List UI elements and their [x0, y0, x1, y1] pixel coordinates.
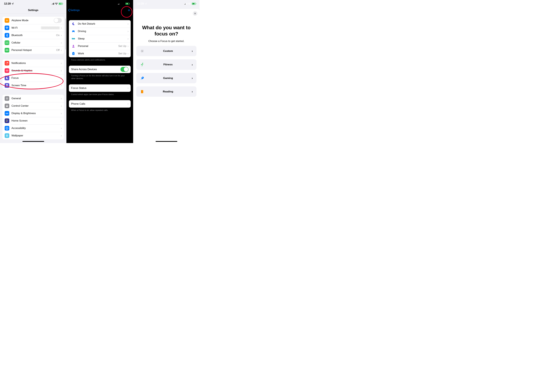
- signal-icon: [118, 3, 121, 5]
- add-focus-button[interactable]: +: [128, 8, 130, 13]
- row-wallpaper[interactable]: Wallpaper ›: [2, 132, 64, 139]
- hotspot-icon: [5, 48, 9, 53]
- row-screen-time[interactable]: Screen Time ›: [2, 82, 64, 89]
- time-text: 12:29: [137, 2, 144, 5]
- svg-rect-20: [7, 120, 7, 121]
- row-airplane-mode[interactable]: ✈ Airplane Mode: [2, 17, 64, 24]
- wifi-row-icon: [5, 26, 9, 30]
- svg-rect-0: [51, 4, 52, 5]
- row-display-brightness[interactable]: AA Display & Brightness ›: [2, 110, 64, 117]
- row-share-across-devices[interactable]: Share Across Devices: [69, 66, 131, 73]
- svg-rect-48: [185, 4, 186, 5]
- row-notifications[interactable]: Notifications ›: [2, 59, 64, 67]
- chevron-icon: ›: [61, 134, 62, 137]
- svg-rect-3: [54, 3, 54, 5]
- chevron-icon: ›: [61, 127, 62, 130]
- row-driving[interactable]: Driving ›: [69, 28, 131, 35]
- screen-time-icon: [5, 83, 9, 88]
- moon-icon: [71, 22, 76, 25]
- battery-icon: [192, 3, 196, 5]
- row-cellular[interactable]: Cellular ›: [2, 39, 64, 47]
- svg-point-12: [7, 98, 7, 99]
- svg-point-54: [143, 63, 143, 64]
- status-time: 12:29: [137, 2, 147, 5]
- home-indicator[interactable]: [156, 141, 177, 142]
- close-button[interactable]: [193, 11, 197, 16]
- svg-rect-30: [119, 4, 119, 5]
- svg-point-45: [73, 53, 74, 54]
- row-focus[interactable]: Focus ›: [2, 74, 64, 82]
- back-button[interactable]: Settings: [68, 9, 80, 12]
- focus-status-group: Focus Status ›: [69, 84, 131, 92]
- row-label: Cellular: [12, 41, 61, 44]
- row-focus-status[interactable]: Focus Status ›: [69, 84, 131, 92]
- chevron-icon: ›: [61, 34, 62, 37]
- svg-rect-49: [186, 3, 186, 5]
- option-gaming[interactable]: Gaming ›: [136, 73, 197, 83]
- row-accessibility[interactable]: Accessibility ›: [2, 124, 64, 132]
- row-value: On: [56, 34, 60, 37]
- home-indicator[interactable]: [22, 141, 44, 142]
- row-label: General: [12, 97, 61, 100]
- svg-rect-46: [73, 54, 74, 54]
- row-label: Bluetooth: [12, 34, 56, 37]
- chevron-icon: ›: [192, 76, 193, 80]
- svg-point-26: [7, 127, 7, 128]
- home-indicator[interactable]: [89, 141, 111, 142]
- chevron-icon: ›: [61, 69, 62, 72]
- row-label: Sounds & Haptics: [12, 69, 61, 72]
- row-work[interactable]: Work Set Up ›: [69, 50, 131, 57]
- chevron-icon: ›: [61, 26, 62, 30]
- general-icon: [5, 96, 9, 101]
- scrollbar[interactable]: [65, 19, 66, 49]
- airplane-toggle[interactable]: [54, 18, 62, 23]
- option-label: Gaming: [144, 77, 192, 80]
- svg-point-8: [6, 49, 7, 51]
- svg-point-55: [142, 77, 143, 78]
- status-bar: 12:29: [133, 0, 199, 7]
- row-wifi[interactable]: Wi-Fi ›: [2, 24, 64, 32]
- row-label: Focus Status: [71, 87, 128, 90]
- option-fitness[interactable]: Fitness ›: [136, 59, 197, 70]
- svg-point-13: [6, 105, 7, 106]
- row-personal[interactable]: Personal Set Up ›: [69, 42, 131, 50]
- svg-point-9: [7, 49, 8, 51]
- svg-point-14: [7, 105, 8, 106]
- nav-bar: Settings Focus +: [66, 7, 133, 14]
- row-sleep[interactable]: Sleep ›: [69, 35, 131, 42]
- row-sounds-haptics[interactable]: Sounds & Haptics ›: [2, 67, 64, 74]
- screen-new-focus: 12:29 What do you want to focus on? Choo…: [133, 0, 199, 143]
- settings-group-network: ✈ Airplane Mode Wi-Fi › Bluetooth On › C…: [2, 17, 64, 54]
- row-do-not-disturb[interactable]: Do Not Disturb ›: [69, 20, 131, 28]
- row-home-screen[interactable]: Home Screen ›: [2, 117, 64, 124]
- row-bluetooth[interactable]: Bluetooth On ›: [2, 32, 64, 39]
- row-general[interactable]: General ›: [2, 95, 64, 102]
- nav-bar: Settings: [0, 7, 66, 14]
- row-personal-hotspot[interactable]: Personal Hotspot Off ›: [2, 47, 64, 54]
- option-custom[interactable]: Custom ›: [136, 46, 197, 56]
- location-icon: [78, 3, 80, 5]
- sheet-title: What do you want to focus on?: [136, 24, 197, 37]
- row-label: Phone Calls: [71, 102, 128, 105]
- option-label: Fitness: [144, 63, 192, 66]
- share-toggle[interactable]: [120, 67, 129, 72]
- status-bar: 12:28: [66, 0, 133, 7]
- row-label: Driving: [78, 30, 128, 33]
- row-phone-calls[interactable]: Phone Calls ›: [69, 100, 131, 108]
- svg-rect-44: [73, 52, 74, 53]
- svg-rect-41: [73, 38, 75, 39]
- chevron-icon: ›: [61, 112, 62, 115]
- screen-settings: 12:28 Settings ✈ Airplane Mode Wi-Fi ›: [0, 0, 66, 143]
- svg-rect-50: [187, 3, 187, 5]
- row-control-center[interactable]: Control Center ›: [2, 102, 64, 110]
- signal-icon: [51, 3, 54, 5]
- modes-footer: Focus silences alerts and notifications.: [66, 57, 133, 61]
- settings-group-notifications: Notifications › Sounds & Haptics › Focus…: [2, 59, 64, 89]
- option-reading[interactable]: Reading ›: [136, 86, 197, 97]
- chevron-icon: ›: [61, 119, 62, 123]
- person-icon: [71, 45, 76, 48]
- row-label: Home Screen: [12, 119, 61, 122]
- close-icon: [194, 13, 196, 14]
- home-screen-icon: [5, 118, 9, 123]
- svg-rect-2: [53, 3, 53, 5]
